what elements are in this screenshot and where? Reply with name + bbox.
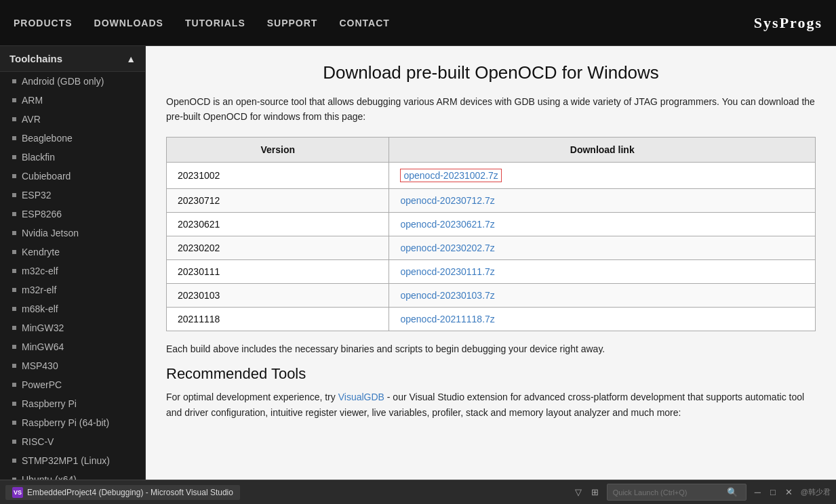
sidebar-item-label: MinGW64 xyxy=(22,341,64,352)
nav-links: PRODUCTS DOWNLOADS TUTORIALS SUPPORT CON… xyxy=(14,18,390,28)
bullet-icon xyxy=(12,250,16,254)
sidebar-item-label: ESP32 xyxy=(22,190,52,201)
sidebar-item-arm[interactable]: ARM xyxy=(0,91,145,110)
bullet-icon xyxy=(12,79,16,83)
sidebar-item-label: AVR xyxy=(22,114,41,125)
sidebar-item-label: Blackfin xyxy=(22,152,55,163)
filter-icon[interactable]: ▽ xyxy=(572,486,584,499)
sidebar-item-esp8266[interactable]: ESP8266 xyxy=(0,205,145,224)
download-link[interactable]: openocd-20230621.7z xyxy=(400,219,494,230)
bullet-icon xyxy=(12,136,16,140)
visual-studio-icon: VS xyxy=(12,487,23,498)
sidebar-item-m32c[interactable]: m32c-elf xyxy=(0,261,145,280)
table-cell-link[interactable]: openocd-20230103.7z xyxy=(389,283,816,307)
download-link[interactable]: openocd-20230202.7z xyxy=(400,243,494,253)
download-link[interactable]: openocd-20230111.7z xyxy=(400,266,494,277)
nav-downloads[interactable]: DOWNLOADS xyxy=(94,18,163,28)
main-content: Download pre-built OpenOCD for Windows O… xyxy=(146,46,836,480)
sidebar-item-stmp32mp1[interactable]: STMP32MP1 (Linux) xyxy=(0,451,145,470)
bullet-icon xyxy=(12,117,16,121)
sidebar-item-raspberry-pi[interactable]: Raspberry Pi xyxy=(0,394,145,413)
sidebar-item-label: Ubuntu (x64) xyxy=(22,474,77,480)
table-cell-link[interactable]: openocd-20230712.7z xyxy=(389,188,816,212)
bullet-icon xyxy=(12,326,16,330)
sidebar-item-mingw32[interactable]: MinGW32 xyxy=(0,318,145,337)
download-link[interactable]: openocd-20211118.7z xyxy=(400,314,494,324)
bullet-icon xyxy=(12,440,16,444)
sidebar-toolchains-header[interactable]: Toolchains ▲ xyxy=(0,46,145,72)
visualgdb-link[interactable]: VisualGDB xyxy=(338,392,384,402)
sidebar-item-raspberry-pi-64[interactable]: Raspberry Pi (64-bit) xyxy=(0,413,145,432)
page-intro: OpenOCD is an open-source tool that allo… xyxy=(166,94,816,125)
table-cell-link[interactable]: openocd-20230111.7z xyxy=(389,259,816,283)
table-cell-link[interactable]: openocd-20230621.7z xyxy=(389,212,816,236)
nav-tutorials[interactable]: TUTORIALS xyxy=(185,18,245,28)
main-layout: Toolchains ▲ Android (GDB only) ARM AVR … xyxy=(0,46,836,480)
minimize-icon[interactable]: ─ xyxy=(752,486,763,499)
chevron-up-icon: ▲ xyxy=(126,54,136,64)
page-title: Download pre-built OpenOCD for Windows xyxy=(166,62,816,83)
sidebar-item-android[interactable]: Android (GDB only) xyxy=(0,72,145,91)
bullet-icon xyxy=(12,383,16,387)
sidebar-item-blackfin[interactable]: Blackfin xyxy=(0,148,145,167)
bullet-icon xyxy=(12,345,16,349)
sidebar-item-label: Cubieboard xyxy=(22,171,71,182)
sidebar: Toolchains ▲ Android (GDB only) ARM AVR … xyxy=(0,46,146,480)
sidebar-item-beaglebone[interactable]: Beaglebone xyxy=(0,129,145,148)
bullet-icon xyxy=(12,364,16,368)
taskbar-app[interactable]: VS EmbeddedProject4 (Debugging) - Micros… xyxy=(5,485,240,500)
window-icon[interactable]: ⊞ xyxy=(589,486,601,499)
sidebar-item-label: Android (GDB only) xyxy=(22,76,104,87)
table-col-download: Download link xyxy=(389,137,816,162)
table-cell-version: 20230621 xyxy=(167,212,389,236)
sidebar-header-label: Toolchains xyxy=(9,53,62,64)
sidebar-item-m68k[interactable]: m68k-elf xyxy=(0,299,145,318)
sidebar-item-nvidia[interactable]: Nvidia Jetson xyxy=(0,224,145,243)
download-link[interactable]: openocd-20230712.7z xyxy=(400,195,494,206)
close-icon[interactable]: ✕ xyxy=(782,486,795,499)
sidebar-item-label: STMP32MP1 (Linux) xyxy=(22,455,110,466)
sidebar-item-label: m32c-elf xyxy=(22,266,58,276)
watermark: @韩少君 xyxy=(801,487,831,497)
download-link[interactable]: openocd-20230103.7z xyxy=(400,290,494,301)
sidebar-item-kendryte[interactable]: Kendryte xyxy=(0,243,145,261)
bullet-icon xyxy=(12,459,16,463)
bullet-icon xyxy=(12,155,16,159)
nav-products[interactable]: PRODUCTS xyxy=(14,18,73,28)
sidebar-item-esp32[interactable]: ESP32 xyxy=(0,186,145,205)
recommended-desc-before: For optimal development experience, try xyxy=(166,392,338,402)
table-cell-version: 20230202 xyxy=(167,236,389,259)
sidebar-item-mingw64[interactable]: MinGW64 xyxy=(0,337,145,356)
table-cell-link[interactable]: openocd-20230202.7z xyxy=(389,236,816,259)
restore-icon[interactable]: □ xyxy=(768,486,778,499)
table-cell-link[interactable]: openocd-20231002.7z xyxy=(389,162,816,188)
table-col-version: Version xyxy=(167,137,389,162)
sidebar-item-label: ESP8266 xyxy=(22,209,62,219)
download-link-highlighted[interactable]: openocd-20231002.7z xyxy=(400,169,501,182)
sidebar-item-label: Nvidia Jetson xyxy=(22,228,79,238)
sidebar-item-label: MinGW32 xyxy=(22,322,64,333)
taskbar: VS EmbeddedProject4 (Debugging) - Micros… xyxy=(0,480,836,504)
taskbar-search[interactable]: 🔍 xyxy=(607,484,747,501)
sidebar-item-cubieboard[interactable]: Cubieboard xyxy=(0,167,145,186)
bullet-icon xyxy=(12,402,16,406)
table-cell-version: 20231002 xyxy=(167,162,389,188)
bullet-icon xyxy=(12,421,16,425)
nav-contact[interactable]: CONTACT xyxy=(339,18,389,28)
search-icon[interactable]: 🔍 xyxy=(724,486,740,499)
sidebar-item-riscv[interactable]: RISC-V xyxy=(0,432,145,451)
sidebar-item-m32r[interactable]: m32r-elf xyxy=(0,280,145,299)
sidebar-item-powerpc[interactable]: PowerPC xyxy=(0,375,145,394)
recommended-desc: For optimal development experience, try … xyxy=(166,390,816,421)
sidebar-item-msp430[interactable]: MSP430 xyxy=(0,356,145,375)
sidebar-item-ubuntu[interactable]: Ubuntu (x64) xyxy=(0,470,145,480)
table-cell-link[interactable]: openocd-20211118.7z xyxy=(389,307,816,331)
sidebar-item-label: m32r-elf xyxy=(22,285,56,295)
sidebar-item-label: ARM xyxy=(22,95,43,106)
table-cell-version: 20230111 xyxy=(167,259,389,283)
nav-support[interactable]: SUPPORT xyxy=(267,18,318,28)
quick-launch-input[interactable] xyxy=(613,488,721,497)
taskbar-icons: ▽ ⊞ xyxy=(572,486,601,499)
top-navigation: PRODUCTS DOWNLOADS TUTORIALS SUPPORT CON… xyxy=(0,0,836,46)
sidebar-item-avr[interactable]: AVR xyxy=(0,110,145,129)
